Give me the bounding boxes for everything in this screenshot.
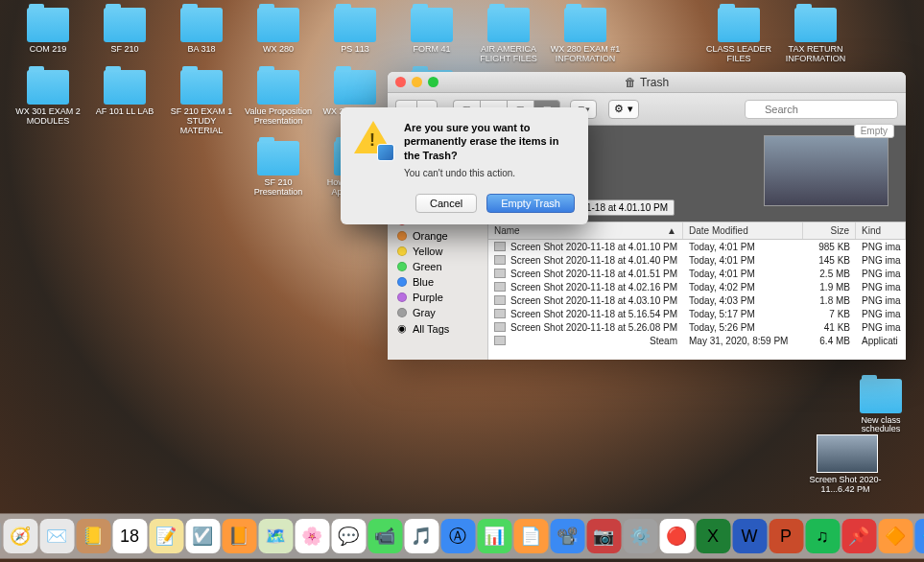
folder-icon (334, 70, 376, 105)
dock-app1[interactable]: 📌 (841, 519, 876, 553)
dock-messages[interactable]: 💬 (331, 519, 366, 553)
cancel-button[interactable]: Cancel (415, 194, 477, 213)
desktop-folder[interactable]: Value Proposition Presentation (240, 70, 317, 136)
dock-photos[interactable]: 🌸 (295, 519, 329, 553)
file-row[interactable]: Screen Shot 2020-11-18 at 5.26.08 PMToda… (488, 320, 906, 334)
empty-trash-toolbar-button[interactable]: Empty (854, 124, 894, 138)
column-header-kind[interactable]: Kind (856, 222, 906, 239)
dock-preferences[interactable]: ⚙️ (623, 519, 657, 553)
file-row[interactable]: Screen Shot 2020-11-18 at 5.16.54 PMToda… (488, 307, 906, 320)
app2-icon: 🔶 (885, 526, 906, 547)
desktop-folder[interactable]: PS 113 (317, 8, 393, 64)
file-row[interactable]: Screen Shot 2020-11-18 at 4.01.40 PMToda… (488, 253, 906, 267)
desktop-folder[interactable]: FORM 41 (393, 8, 470, 64)
dock-powerpoint[interactable]: P (769, 519, 803, 553)
desktop-folder[interactable]: SF 210 EXAM 1 STUDY MATERIAL (163, 70, 240, 136)
folder-label: WX 280 EXAM #1 INFORMATION (549, 45, 622, 64)
empty-trash-button[interactable]: Empty Trash (486, 194, 575, 213)
tag-label: Purple (413, 292, 443, 303)
dock-word[interactable]: W (732, 519, 767, 553)
desktop-folder[interactable]: CLASS LEADER FILES (700, 8, 777, 64)
word-icon: W (742, 527, 758, 547)
tag-label: Blue (413, 276, 434, 288)
desktop-folder[interactable]: COM 219 (10, 8, 86, 64)
sidebar-tag-purple[interactable]: Purple (388, 290, 487, 305)
file-row[interactable]: Screen Shot 2020-11-18 at 4.01.10 PMToda… (488, 240, 906, 253)
sidebar-tag-orange[interactable]: Orange (388, 228, 487, 244)
desktop-folder[interactable]: SF 210 (86, 8, 163, 64)
file-row[interactable]: Screen Shot 2020-11-18 at 4.02.16 PMToda… (488, 280, 906, 293)
dock-app3[interactable]: 🔷 (914, 519, 924, 553)
file-row[interactable]: SteamMay 31, 2020, 8:59 PM6.4 MBApplicat… (488, 334, 906, 347)
dock-mail[interactable]: ✉️ (39, 519, 74, 553)
desktop-folder[interactable]: New class schedules (842, 379, 919, 435)
file-kind: PNG ima (856, 253, 906, 267)
folder-icon (334, 8, 376, 42)
dock-appstore[interactable]: Ⓐ (440, 519, 475, 553)
folder-label: WX 280 (263, 45, 294, 55)
folder-label: Value Proposition Presentation (242, 107, 315, 127)
action-menu-button[interactable]: ⚙ ▾ (608, 100, 639, 119)
desktop-folder[interactable]: WX 280 EXAM #1 INFORMATION (547, 8, 624, 64)
folder-icon (257, 141, 299, 176)
sidebar-tag-green[interactable]: Green (388, 259, 487, 274)
sidebar-tag-gray[interactable]: Gray (388, 305, 487, 320)
desktop-folder[interactable]: SF 210 Presentation (240, 141, 317, 198)
dock-chrome[interactable]: 🔴 (659, 519, 694, 553)
file-row[interactable]: Screen Shot 2020-11-18 at 4.01.51 PMToda… (488, 267, 906, 280)
tag-label: Orange (413, 230, 448, 242)
file-row[interactable]: Screen Shot 2020-11-18 at 4.03.10 PMToda… (488, 293, 906, 307)
desktop-folder[interactable]: AIR AMERICA FLIGHT FILES (470, 8, 547, 64)
file-date: Today, 4:02 PM (683, 280, 803, 293)
desktop-folder[interactable]: BA 318 (163, 8, 240, 64)
desktop-folder[interactable]: TAX RETURN INFORMATION (777, 8, 854, 64)
column-header-name[interactable]: Name▲ (488, 222, 683, 239)
finder-titlebar[interactable]: 🗑 Trash (388, 72, 906, 93)
desktop-screenshot-file[interactable]: Screen Shot 2020-11...6.42 PM (809, 434, 886, 495)
dock-ibooks[interactable]: 📙 (222, 519, 256, 553)
sidebar-tag-yellow[interactable]: Yellow (388, 244, 487, 259)
file-date: Today, 4:01 PM (683, 267, 803, 280)
desktop-folder[interactable]: AF 101 LL LAB (86, 70, 163, 136)
dock-photobooth[interactable]: 📷 (586, 519, 621, 553)
dock-launchpad[interactable]: 🚀 (0, 519, 1, 553)
dock-notes[interactable]: 📝 (149, 519, 183, 553)
tag-label: Green (413, 261, 442, 272)
desktop-folder[interactable]: WX 301 EXAM 2 MODULES (10, 70, 86, 136)
file-icon (494, 309, 506, 318)
folder-icon (487, 8, 530, 42)
column-header-size[interactable]: Size (803, 222, 856, 239)
file-size: 41 KB (803, 320, 856, 334)
dock-reminders[interactable]: ☑️ (185, 519, 220, 553)
sidebar-item-all-tags[interactable]: ◉ All Tags (388, 320, 487, 337)
file-kind: PNG ima (856, 240, 906, 253)
dock-safari[interactable]: 🧭 (3, 519, 37, 553)
search-input[interactable] (745, 100, 898, 119)
tag-color-dot (397, 246, 407, 256)
close-button[interactable] (395, 77, 406, 87)
desktop-folder[interactable]: WX 280 (240, 8, 317, 64)
calendar-icon: 18 (120, 527, 139, 547)
dock-calendar[interactable]: 18 (112, 519, 147, 553)
app1-icon: 📌 (848, 526, 869, 547)
desktop[interactable]: COM 219SF 210BA 318WX 280PS 113FORM 41AI… (0, 0, 924, 562)
file-size: 2.5 MB (803, 267, 856, 280)
file-name: Screen Shot 2020-11-18 at 4.03.10 PM (510, 295, 677, 306)
folder-label: SF 210 EXAM 1 STUDY MATERIAL (165, 107, 238, 136)
dock-maps[interactable]: 🗺️ (258, 519, 293, 553)
minimize-button[interactable] (412, 77, 422, 87)
dock-excel[interactable]: X (696, 519, 730, 553)
dock-pages[interactable]: 📄 (513, 519, 548, 553)
dock-spotify[interactable]: ♫ (805, 519, 840, 553)
dock-contacts[interactable]: 📒 (76, 519, 110, 553)
dock-keynote[interactable]: 📽️ (550, 519, 584, 553)
dock-numbers[interactable]: 📊 (477, 519, 511, 553)
sidebar-tag-blue[interactable]: Blue (388, 274, 487, 290)
column-header-date[interactable]: Date Modified (683, 222, 803, 239)
dock-facetime[interactable]: 📹 (367, 519, 402, 553)
file-name: Screen Shot 2020-11-18 at 4.01.10 PM (510, 242, 677, 252)
dock-itunes[interactable]: 🎵 (404, 519, 438, 553)
file-icon (494, 322, 506, 332)
zoom-button[interactable] (428, 77, 438, 87)
dock-app2[interactable]: 🔶 (878, 519, 912, 553)
